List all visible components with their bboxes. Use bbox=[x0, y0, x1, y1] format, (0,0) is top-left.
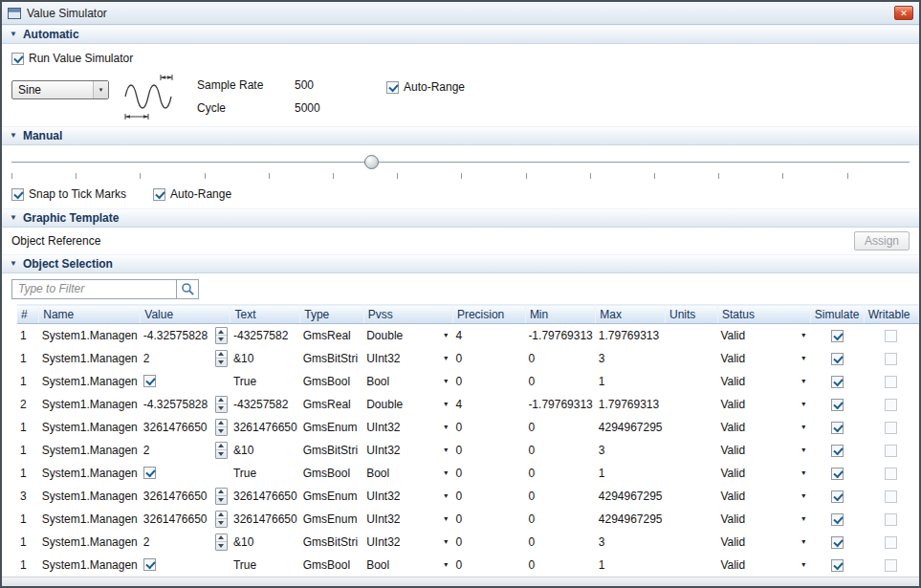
column-header-pvss[interactable]: Pvss bbox=[363, 305, 452, 324]
spinner-down-icon[interactable] bbox=[216, 358, 227, 366]
cell-pvss[interactable]: UInt32 ▾ bbox=[363, 347, 452, 370]
simulate-checkbox[interactable] bbox=[831, 490, 844, 503]
cell-status[interactable]: Valid ▾ bbox=[717, 554, 810, 577]
section-header-graphic-template[interactable]: ▼ Graphic Template bbox=[2, 208, 919, 228]
cell-writable[interactable] bbox=[864, 324, 918, 347]
cell-writable[interactable] bbox=[864, 462, 918, 485]
simulate-checkbox[interactable] bbox=[831, 376, 844, 388]
writable-checkbox[interactable] bbox=[885, 399, 897, 411]
cell-pvss[interactable]: Double ▾ bbox=[363, 393, 452, 416]
simulate-checkbox[interactable] bbox=[831, 445, 844, 457]
simulate-checkbox[interactable] bbox=[831, 399, 844, 411]
cell-pvss[interactable]: UInt32 ▾ bbox=[363, 531, 452, 554]
table-row[interactable]: 1 System1.Managen -4.32575828 -43257582 … bbox=[17, 324, 919, 347]
spinner-up-icon[interactable] bbox=[216, 534, 227, 542]
cell-simulate[interactable] bbox=[810, 370, 864, 393]
spinner-down-icon[interactable] bbox=[216, 449, 227, 458]
cell-pvss[interactable]: UInt32 ▾ bbox=[363, 508, 452, 531]
cell-status[interactable]: Valid ▾ bbox=[717, 393, 810, 416]
value-spinner[interactable] bbox=[215, 350, 228, 367]
slider-thumb[interactable] bbox=[364, 155, 379, 169]
writable-checkbox[interactable] bbox=[885, 559, 897, 572]
cell-simulate[interactable] bbox=[810, 485, 864, 508]
column-header-max[interactable]: Max bbox=[596, 305, 666, 324]
cell-value[interactable] bbox=[141, 554, 230, 577]
close-button[interactable]: ✕ bbox=[894, 6, 913, 20]
column-header-writable[interactable]: Writable bbox=[864, 305, 918, 324]
snap-to-tick-marks-checkbox[interactable]: Snap to Tick Marks bbox=[11, 187, 126, 201]
table-row[interactable]: 1 System1.Managen True GmsBool Bool ▾ 0 … bbox=[17, 370, 919, 393]
table-row[interactable]: 1 System1.Managen 2 &10 GmsBitStri UInt3… bbox=[17, 347, 919, 370]
cell-value[interactable]: 2 bbox=[141, 439, 230, 462]
spinner-down-icon[interactable] bbox=[216, 403, 227, 412]
cell-value[interactable]: -4.32575828 bbox=[141, 324, 230, 347]
cell-pvss[interactable]: Bool ▾ bbox=[363, 370, 452, 393]
column-header-type[interactable]: Type bbox=[300, 305, 363, 324]
writable-checkbox[interactable] bbox=[885, 468, 897, 480]
section-header-object-selection[interactable]: ▼ Object Selection bbox=[2, 254, 919, 273]
writable-checkbox[interactable] bbox=[885, 536, 897, 549]
section-header-automatic[interactable]: ▼ Automatic bbox=[2, 25, 919, 44]
simulate-checkbox[interactable] bbox=[831, 353, 844, 365]
simulate-checkbox[interactable] bbox=[831, 536, 844, 549]
value-spinner[interactable] bbox=[215, 511, 228, 528]
spinner-up-icon[interactable] bbox=[216, 512, 227, 519]
run-value-simulator-checkbox[interactable]: Run Value Simulator bbox=[11, 52, 133, 65]
spinner-down-icon[interactable] bbox=[216, 541, 227, 550]
cell-writable[interactable] bbox=[864, 439, 918, 462]
value-spinner[interactable] bbox=[215, 488, 228, 505]
cell-writable[interactable] bbox=[864, 347, 918, 370]
spinner-down-icon[interactable] bbox=[216, 426, 227, 435]
spinner-down-icon[interactable] bbox=[216, 518, 227, 527]
cell-value[interactable]: 2 bbox=[141, 531, 230, 554]
cell-writable[interactable] bbox=[864, 554, 918, 577]
writable-checkbox[interactable] bbox=[885, 513, 897, 526]
cell-status[interactable]: Valid ▾ bbox=[717, 462, 810, 485]
cell-writable[interactable] bbox=[864, 485, 918, 508]
value-spinner[interactable] bbox=[215, 327, 228, 344]
spinner-down-icon[interactable] bbox=[216, 495, 227, 504]
cell-writable[interactable] bbox=[864, 416, 918, 439]
table-row[interactable]: 1 System1.Managen True GmsBool Bool ▾ 0 … bbox=[17, 554, 919, 577]
table-row[interactable]: 1 System1.Managen 2 &10 GmsBitStri UInt3… bbox=[17, 439, 919, 462]
cell-status[interactable]: Valid ▾ bbox=[717, 416, 810, 439]
writable-checkbox[interactable] bbox=[885, 330, 897, 342]
cell-writable[interactable] bbox=[864, 370, 918, 393]
cell-writable[interactable] bbox=[864, 393, 918, 416]
manual-slider[interactable] bbox=[2, 145, 919, 179]
value-spinner[interactable] bbox=[215, 419, 228, 436]
cell-status[interactable]: Valid ▾ bbox=[717, 347, 810, 370]
cell-pvss[interactable]: UInt32 ▾ bbox=[363, 416, 452, 439]
cell-value[interactable] bbox=[141, 462, 230, 485]
cell-simulate[interactable] bbox=[810, 347, 864, 370]
cell-simulate[interactable] bbox=[810, 554, 864, 577]
cell-pvss[interactable]: Bool ▾ bbox=[363, 462, 452, 485]
filter-input[interactable] bbox=[11, 279, 176, 299]
titlebar[interactable]: Value Simulator ✕ bbox=[2, 2, 919, 25]
cell-simulate[interactable] bbox=[810, 439, 864, 462]
spinner-up-icon[interactable] bbox=[216, 397, 227, 404]
cell-pvss[interactable]: Bool ▾ bbox=[363, 554, 452, 577]
spinner-down-icon[interactable] bbox=[216, 335, 227, 343]
cell-pvss[interactable]: UInt32 ▾ bbox=[363, 485, 452, 508]
value-spinner[interactable] bbox=[215, 442, 228, 459]
value-checkbox[interactable] bbox=[143, 467, 156, 479]
simulate-checkbox[interactable] bbox=[831, 559, 844, 572]
spinner-up-icon[interactable] bbox=[216, 351, 227, 359]
table-row[interactable]: 3 System1.Managen 3261476650 3261476650 … bbox=[17, 485, 919, 508]
table-row[interactable]: 1 System1.Managen 2 &10 GmsBitStri UInt3… bbox=[17, 531, 919, 554]
value-checkbox[interactable] bbox=[143, 558, 156, 571]
value-spinner[interactable] bbox=[215, 396, 228, 413]
column-header-num[interactable]: # bbox=[17, 305, 39, 324]
table-row[interactable]: 1 System1.Managen 3261476650 3261476650 … bbox=[17, 508, 919, 531]
cell-status[interactable]: Valid ▾ bbox=[717, 485, 810, 508]
writable-checkbox[interactable] bbox=[885, 490, 897, 503]
cell-simulate[interactable] bbox=[810, 531, 864, 554]
column-header-text[interactable]: Text bbox=[230, 305, 300, 324]
cell-simulate[interactable] bbox=[810, 508, 864, 531]
cell-value[interactable]: 2 bbox=[141, 347, 230, 370]
column-header-status[interactable]: Status bbox=[717, 305, 810, 324]
spinner-up-icon[interactable] bbox=[216, 328, 227, 336]
search-button[interactable] bbox=[176, 279, 199, 299]
table-row[interactable]: 1 System1.Managen True GmsBool Bool ▾ 0 … bbox=[17, 462, 919, 485]
